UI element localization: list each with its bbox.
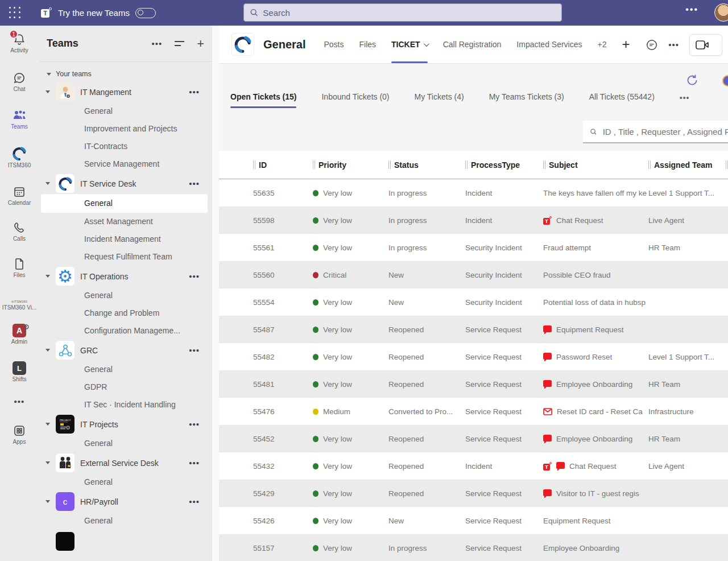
tab-inbound-tickets[interactable]: Inbound Tickets (0) bbox=[321, 92, 389, 108]
column-grip[interactable] bbox=[648, 160, 651, 169]
your-teams-toggle[interactable]: Your teams bbox=[39, 62, 212, 81]
filter-icon[interactable] bbox=[175, 40, 184, 47]
column-grip[interactable] bbox=[726, 160, 728, 169]
ticket-row[interactable]: 55429 Very low Reopened Service Request … bbox=[219, 480, 728, 507]
ticket-search-input[interactable] bbox=[603, 127, 728, 137]
tab-all-tickets[interactable]: All Tickets (55442) bbox=[589, 92, 655, 108]
col-subject[interactable]: Subject bbox=[543, 160, 648, 170]
team-options-icon[interactable]: ••• bbox=[189, 345, 200, 355]
rail-item-files[interactable]: Files bbox=[0, 257, 39, 278]
ticket-row[interactable]: 55157 Very low In progress Service Reque… bbox=[219, 534, 728, 561]
rail-item-apps[interactable]: Apps bbox=[0, 424, 39, 445]
col-processtype[interactable]: ProcessType bbox=[465, 160, 543, 170]
ticket-row[interactable]: 55426 Very low New Service Request Equip… bbox=[219, 507, 728, 534]
tab-overflow-count[interactable]: +2 bbox=[598, 26, 607, 63]
team-it-operations[interactable]: ⚙ IT Operations ••• bbox=[39, 266, 212, 287]
global-search[interactable] bbox=[243, 3, 562, 22]
column-grip[interactable] bbox=[465, 160, 468, 169]
new-teams-toggle[interactable] bbox=[135, 8, 156, 18]
ticket-row[interactable]: 55476 Medium Converted to Pro... Service… bbox=[219, 398, 728, 425]
global-search-input[interactable] bbox=[263, 8, 556, 18]
channel-general[interactable]: General bbox=[39, 512, 212, 530]
ticket-row[interactable]: 55487 Very low Reopened Service Request … bbox=[219, 316, 728, 343]
channel-gdpr[interactable]: GDPR bbox=[39, 378, 212, 396]
channel-it-sec-incident-handling[interactable]: IT Sec · Incident Handling bbox=[39, 396, 212, 414]
rail-item-calendar[interactable]: Calendar bbox=[0, 185, 39, 206]
channel-more-icon[interactable]: ••• bbox=[668, 40, 679, 50]
sidebar-scrollbar[interactable] bbox=[212, 26, 219, 561]
ticket-row[interactable]: 55432 Very low Reopened Incident T Chat … bbox=[219, 452, 728, 480]
ticket-tabs-more-icon[interactable]: ••• bbox=[680, 92, 690, 102]
channel-request-fulfilment-team[interactable]: Request Fulfilment Team bbox=[39, 248, 212, 266]
channel-general[interactable]: General bbox=[39, 102, 212, 120]
rail-item-shifts[interactable]: L Shifts bbox=[0, 361, 39, 382]
column-grip[interactable] bbox=[313, 160, 315, 169]
tab-impacted-services[interactable]: Impacted Services bbox=[516, 26, 582, 63]
team-grc[interactable]: GRC ••• bbox=[39, 340, 212, 361]
team-it-projects[interactable]: PROJECT IT Projects ••• bbox=[39, 414, 212, 435]
add-tab-icon[interactable]: + bbox=[622, 38, 630, 51]
refresh-icon[interactable] bbox=[686, 74, 698, 86]
add-team-icon[interactable]: + bbox=[197, 38, 204, 50]
channel-general[interactable]: General bbox=[39, 435, 212, 452]
ticket-row[interactable]: 55482 Very low Reopened Service Request … bbox=[219, 343, 728, 370]
channel-general-selected[interactable]: General bbox=[41, 194, 208, 213]
topbar-more-icon[interactable]: ••• bbox=[685, 5, 698, 15]
ticket-row[interactable]: 55561 Very low In progress Security Inci… bbox=[219, 234, 728, 261]
sidebar-more-icon[interactable]: ••• bbox=[151, 39, 162, 48]
team-options-icon[interactable]: ••• bbox=[189, 271, 200, 281]
rail-item-itsm360[interactable]: ITSM360 bbox=[0, 146, 39, 168]
channel-general[interactable]: General bbox=[39, 287, 212, 304]
col-priority[interactable]: Priority bbox=[313, 160, 388, 170]
tab-ticket[interactable]: TICKET bbox=[391, 26, 428, 63]
rail-item-activity[interactable]: 1 Activity bbox=[0, 32, 39, 53]
team-options-icon[interactable]: ••• bbox=[189, 87, 200, 97]
rail-item-chat[interactable]: Chat bbox=[0, 71, 39, 92]
channel-service-management[interactable]: Service Management bbox=[39, 155, 212, 173]
ticket-row[interactable]: 55560 Critical New Security Incident Pos… bbox=[219, 261, 728, 288]
col-assigned-team[interactable]: Assigned Team bbox=[648, 160, 728, 170]
ticket-row[interactable]: 55598 Very low In progress Incident T Ch… bbox=[219, 207, 728, 234]
channel-configuration-management[interactable]: Configuration Manageme... bbox=[39, 322, 212, 340]
rail-item-admin[interactable]: A ⚙ Admin bbox=[0, 324, 39, 345]
waffle-icon[interactable] bbox=[9, 7, 22, 19]
team-options-icon[interactable]: ••• bbox=[189, 179, 200, 188]
channel-general[interactable]: General bbox=[39, 473, 212, 491]
channel-change-and-problem[interactable]: Change and Problem bbox=[39, 304, 212, 322]
channel-general[interactable]: General bbox=[39, 361, 212, 378]
channel-incident-management[interactable]: Incident Management bbox=[39, 230, 212, 248]
tab-open-tickets[interactable]: Open Tickets (15) bbox=[230, 92, 296, 108]
team-partial[interactable] bbox=[39, 531, 212, 552]
ticket-search[interactable] bbox=[583, 121, 728, 143]
channel-it-contracts[interactable]: IT-Contracts bbox=[39, 138, 212, 155]
user-avatar[interactable] bbox=[714, 3, 728, 22]
ticket-row[interactable]: 55554 Very low New Security Incident Pot… bbox=[219, 288, 728, 316]
column-grip[interactable] bbox=[388, 160, 391, 169]
rail-item-more[interactable]: ••• bbox=[0, 397, 39, 406]
team-it-mangement[interactable]: IT Mangement ••• bbox=[39, 81, 212, 102]
team-it-service-desk[interactable]: IT Service Desk ••• bbox=[39, 173, 212, 194]
ticket-row[interactable]: 55452 Very low Reopened Service Request … bbox=[219, 425, 728, 452]
team-hr-payroll[interactable]: c HR/Payroll ••• bbox=[39, 491, 212, 512]
channel-asset-management[interactable]: Asset Management bbox=[39, 213, 212, 230]
team-external-service-desk[interactable]: External Service Desk ••• bbox=[39, 452, 212, 473]
team-options-icon[interactable]: ••• bbox=[189, 419, 200, 429]
rail-item-calls[interactable]: Calls bbox=[0, 221, 39, 242]
tab-files[interactable]: Files bbox=[359, 26, 377, 63]
rail-item-itsm360-viewer[interactable]: ⟲ITSM360 ITSM360 Vi... bbox=[0, 300, 39, 311]
col-id[interactable]: ID bbox=[253, 160, 313, 170]
meet-button[interactable] bbox=[689, 34, 722, 56]
team-options-icon[interactable]: ••• bbox=[189, 497, 200, 506]
tab-my-tickets[interactable]: My Tickets (4) bbox=[415, 92, 464, 108]
channel-chat-icon[interactable] bbox=[646, 39, 658, 51]
column-grip[interactable] bbox=[253, 160, 255, 169]
help-avatar-partial[interactable] bbox=[722, 75, 728, 86]
ticket-row[interactable]: 55481 Very low Reopened Service Request … bbox=[219, 370, 728, 398]
team-options-icon[interactable]: ••• bbox=[189, 458, 200, 468]
col-status[interactable]: Status bbox=[388, 160, 465, 170]
tab-call-registration[interactable]: Call Registration bbox=[443, 26, 502, 63]
ticket-row[interactable]: 55635 Very low In progress Incident The … bbox=[219, 179, 728, 207]
rail-item-teams[interactable]: Teams bbox=[0, 109, 39, 130]
column-grip[interactable] bbox=[543, 160, 545, 169]
channel-improvement-and-projects[interactable]: Improvement and Projects bbox=[39, 120, 212, 138]
